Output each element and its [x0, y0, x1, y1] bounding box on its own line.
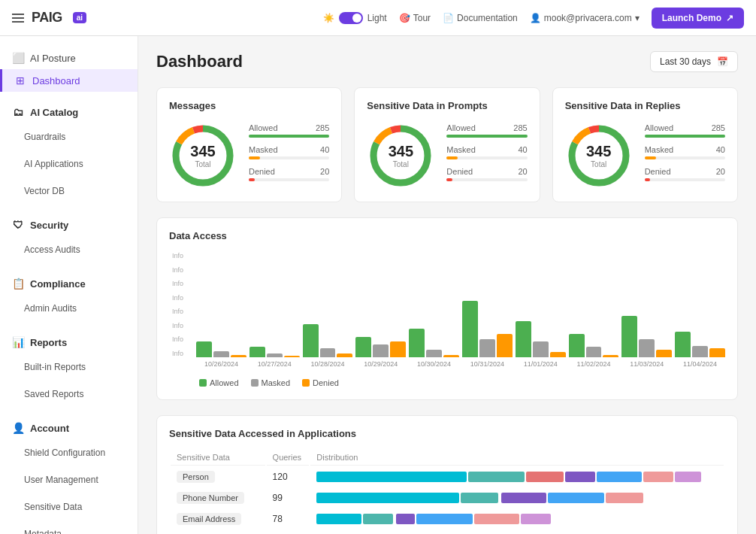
table-cell-dist [310, 467, 724, 487]
sidebar-group-account[interactable]: 👤 Account [0, 417, 138, 439]
compliance-icon: 📋 [12, 278, 24, 290]
sidebar-item-metadata[interactable]: Metadata [0, 520, 138, 534]
security-icon: 🛡 [12, 219, 24, 231]
stat-bar [645, 178, 651, 181]
stat-value: 285 [712, 123, 725, 132]
table-row: Person 120 [171, 467, 724, 487]
dist-segment [316, 472, 467, 482]
table-cell-queries: 99 [267, 488, 310, 508]
stat-bar-bg [249, 135, 329, 138]
launch-demo-button[interactable]: Launch Demo ↗ [652, 8, 744, 29]
bar-masked [213, 351, 229, 357]
sidebar-item-ai-posture[interactable]: ⬜ AI Posture [0, 47, 138, 69]
donut-chart: 345 Total [169, 122, 237, 190]
page-title: Dashboard [156, 52, 243, 71]
stat-card-sensitive-prompts: Sensitive Data in Prompts 345 Total Allo… [354, 87, 540, 202]
legend-item: Allowed [199, 378, 239, 387]
chart-x-labels: 10/26/202410/27/202410/28/202410/29/2024… [196, 360, 725, 368]
sidebar-group-compliance[interactable]: 📋 Compliance [0, 272, 138, 295]
chevron-down-icon: ▾ [635, 13, 640, 23]
table-row: URL 54 [171, 530, 724, 534]
dist-segment [363, 514, 393, 524]
sidebar-label-dashboard: Dashboard [32, 75, 80, 86]
bar-masked [533, 341, 549, 357]
stat-bar-bg [645, 135, 725, 138]
user-menu[interactable]: 👤 mook@privacera.com ▾ [530, 13, 640, 23]
external-link-icon: ↗ [726, 13, 733, 23]
donut-total: 345 [586, 143, 611, 160]
sidebar-item-access-audits[interactable]: Access Audits [0, 236, 138, 263]
donut-chart: 345 Total [367, 122, 434, 190]
date-filter-button[interactable]: Last 30 days 📅 [650, 51, 738, 72]
table-cell-queries: 54 [267, 530, 310, 534]
dist-segment [565, 472, 595, 482]
sun-icon: ☀️ [323, 13, 334, 23]
stat-row-masked: Masked 40 [249, 145, 329, 159]
sidebar: ⬜ AI Posture ⊞ Dashboard 🗂 AI Catalog Gu… [0, 36, 138, 534]
bar-masked [479, 339, 495, 357]
col-header-data: Sensitive Data [171, 450, 265, 466]
bar-allowed [303, 324, 319, 357]
sidebar-item-admin-audits[interactable]: Admin Audits [0, 295, 138, 322]
account-icon: 👤 [12, 422, 24, 434]
legend-item: Denied [302, 378, 339, 387]
docs-btn[interactable]: 📄 Documentation [443, 13, 518, 23]
bar-allowed [569, 334, 585, 357]
stat-value: 285 [316, 123, 329, 132]
sidebar-item-saved-reports[interactable]: Saved Reports [0, 381, 138, 408]
stat-bar [446, 156, 458, 159]
bar-allowed [355, 337, 371, 357]
sidebar-item-built-in-reports[interactable]: Built-in Reports [0, 353, 138, 381]
stat-bar [249, 178, 255, 181]
bar-masked [267, 353, 283, 357]
bar-chart: InfoInfoInfoInfoInfoInfoInfoInfo [169, 252, 725, 372]
data-type-badge: Person [177, 471, 215, 483]
sidebar-group-security[interactable]: 🛡 Security [0, 214, 138, 236]
theme-toggle[interactable] [339, 12, 363, 24]
dist-segment [548, 493, 604, 503]
donut-label: Total [190, 160, 215, 168]
sidebar-item-sensitive-data[interactable]: Sensitive Data [0, 493, 138, 520]
stat-value: 285 [513, 123, 527, 132]
bar-masked [320, 348, 336, 357]
donut-label: Total [586, 160, 611, 168]
bar-group [621, 316, 672, 357]
sidebar-item-shield-config[interactable]: Shield Configuration [0, 439, 138, 466]
table-cell-dist [310, 488, 724, 508]
x-label: 11/04/2024 [675, 360, 725, 368]
bar-masked [692, 346, 708, 357]
bar-group [516, 321, 566, 357]
sidebar-group-reports[interactable]: 📊 Reports [0, 331, 138, 353]
tour-icon: 🎯 [399, 13, 410, 23]
sidebar-item-guardrails[interactable]: Guardrails [0, 123, 138, 150]
bar-allowed [196, 341, 212, 357]
sidebar-item-user-management[interactable]: User Management [0, 466, 138, 493]
sidebar-group-ai-catalog[interactable]: 🗂 AI Catalog [0, 101, 138, 123]
stat-value: 20 [320, 167, 329, 176]
x-label: 11/02/2024 [569, 360, 619, 368]
dist-segment [521, 514, 551, 524]
hamburger-icon[interactable] [12, 14, 24, 23]
stat-label: Masked [645, 145, 674, 154]
data-type-badge: Phone Number [177, 492, 244, 504]
stat-bar-bg [446, 135, 527, 138]
stat-bar-bg [645, 156, 725, 159]
stat-cards-row: Messages 345 Total Allowed 285 [156, 87, 738, 202]
legend-color [251, 379, 259, 387]
sidebar-item-vector-db[interactable]: Vector DB [0, 177, 138, 205]
table-cell-label: Email Address [171, 509, 265, 529]
stat-row-masked: Masked 40 [645, 145, 725, 159]
table-cell-queries: 78 [267, 509, 310, 529]
bar-group [569, 334, 619, 357]
sidebar-item-dashboard[interactable]: ⊞ Dashboard [0, 69, 138, 92]
stat-value: 20 [518, 167, 527, 176]
col-header-dist: Distribution [310, 450, 724, 466]
sidebar-item-ai-applications[interactable]: AI Applications [0, 150, 138, 177]
logo-ai-badge: ai [73, 12, 86, 23]
tour-btn[interactable]: 🎯 Tour [399, 13, 431, 23]
card-title: Sensitive Data in Prompts [367, 100, 527, 111]
x-label: 11/03/2024 [621, 360, 672, 368]
donut-label: Total [389, 160, 413, 168]
dist-segment [474, 514, 519, 524]
bar-denied [390, 341, 406, 357]
